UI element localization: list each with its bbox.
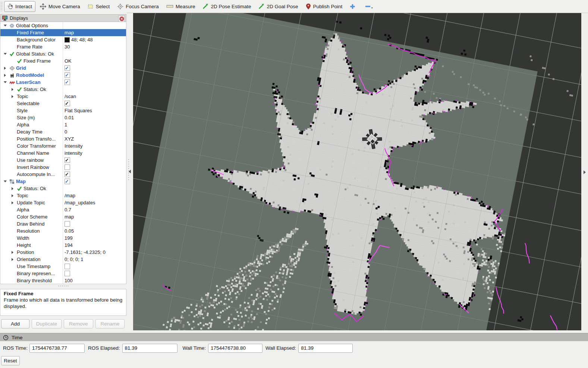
- property-value[interactable]: 0.05: [65, 227, 74, 235]
- tree-row-invert-rainbow[interactable]: Invert Rainbow: [0, 164, 126, 171]
- property-value[interactable]: XYZ: [65, 135, 74, 142]
- tree-row-robotmodel[interactable]: RobotModel: [0, 72, 126, 79]
- tree-row-autocompute-in-[interactable]: Autocompute In...: [0, 171, 126, 178]
- property-value[interactable]: 30: [65, 43, 70, 50]
- checkbox[interactable]: [65, 157, 70, 163]
- toolbar-button-plus[interactable]: [347, 1, 361, 12]
- property-value[interactable]: -7.1631; -4.2325; 0: [65, 249, 106, 256]
- property-value[interactable]: 0; 0; 0; 1: [65, 256, 84, 263]
- left-splitter[interactable]: [127, 13, 133, 330]
- splitter-handle[interactable]: [58, 285, 69, 287]
- checkbox[interactable]: [65, 271, 70, 276]
- tree-row-resolution[interactable]: Resolution0.05: [0, 227, 126, 235]
- expander-right-icon[interactable]: [12, 88, 13, 91]
- tree-row-binary-represen-[interactable]: Binary represen...: [0, 270, 126, 277]
- property-value[interactable]: intensity: [65, 150, 82, 157]
- checkbox[interactable]: [65, 264, 70, 269]
- checkbox[interactable]: [65, 179, 70, 184]
- property-value[interactable]: 1: [65, 121, 67, 128]
- reset-button[interactable]: Reset: [1, 356, 20, 365]
- property-value[interactable]: map: [65, 213, 74, 220]
- property-value[interactable]: 0.01: [65, 114, 74, 121]
- toolbar-button-publish-point[interactable]: Publish Point: [303, 1, 346, 12]
- property-value[interactable]: OK: [65, 57, 72, 65]
- toolbar-button-interact[interactable]: Interact: [4, 1, 35, 12]
- tree-row-fixed-frame[interactable]: Fixed Framemap: [0, 29, 126, 36]
- tree-row-height[interactable]: Height194: [0, 242, 126, 249]
- collapse-right-icon[interactable]: [584, 170, 586, 174]
- checkbox[interactable]: [65, 65, 70, 71]
- toolbar-button-move-camera[interactable]: Move Camera: [37, 1, 83, 12]
- expander-right-icon[interactable]: [12, 187, 13, 190]
- property-value[interactable]: Intensity: [65, 142, 82, 150]
- tree-row-position[interactable]: Position-7.1631; -4.2325; 0: [0, 249, 126, 256]
- tree-row-map[interactable]: Map: [0, 178, 126, 185]
- tree-row-frame-rate[interactable]: Frame Rate30: [0, 43, 126, 50]
- remove-button[interactable]: Remove: [64, 319, 93, 328]
- expander-down-icon[interactable]: [4, 53, 7, 55]
- tree-row-global-status-ok[interactable]: Global Status: Ok: [0, 50, 126, 57]
- 3d-viewport[interactable]: [133, 13, 581, 330]
- checkbox[interactable]: [65, 164, 70, 170]
- tree-row-use-timestamp[interactable]: Use Timestamp: [0, 263, 126, 270]
- tree-row-size-m-[interactable]: Size (m)0.01: [0, 114, 126, 121]
- expander-right-icon[interactable]: [12, 201, 13, 204]
- tree-row-draw-behind[interactable]: Draw Behind: [0, 220, 126, 227]
- tree-row-orientation[interactable]: Orientation0; 0; 0; 1: [0, 256, 126, 263]
- add-button[interactable]: Add: [1, 319, 29, 328]
- tree-row-fixed-frame[interactable]: Fixed FrameOK: [0, 57, 126, 65]
- expander-right-icon[interactable]: [12, 194, 13, 197]
- expander-right-icon[interactable]: [12, 258, 13, 261]
- time-field-input[interactable]: 81.39: [298, 344, 353, 353]
- expander-down-icon[interactable]: [4, 180, 7, 182]
- tree-row-status-ok[interactable]: Status: Ok: [0, 185, 126, 192]
- tree-row-color-scheme[interactable]: Color Schememap: [0, 213, 126, 220]
- time-field-input[interactable]: 81.39: [122, 344, 177, 353]
- toolbar-button-2d-goal-pose[interactable]: 2D Goal Pose: [255, 1, 301, 12]
- checkbox[interactable]: [65, 79, 70, 85]
- property-value[interactable]: 199: [65, 235, 73, 242]
- tree-row-decay-time[interactable]: Decay Time0: [0, 128, 126, 135]
- expander-right-icon[interactable]: [4, 67, 6, 70]
- rename-button[interactable]: Rename: [95, 319, 125, 328]
- tree-row-global-options[interactable]: Global Options: [0, 22, 126, 29]
- checkbox[interactable]: [65, 101, 70, 106]
- tree-row-position-transfo-[interactable]: Position Transfo...XYZ: [0, 135, 126, 142]
- tree-row-alpha[interactable]: Alpha1: [0, 121, 126, 128]
- property-value[interactable]: 0: [65, 128, 67, 135]
- property-value[interactable]: Flat Squares: [65, 107, 92, 114]
- close-panel-button[interactable]: [118, 15, 125, 22]
- tree-row-color-transformer[interactable]: Color TransformerIntensity: [0, 142, 126, 150]
- tree-row-update-topic[interactable]: Update Topic/map_updates: [0, 199, 126, 206]
- color-swatch[interactable]: [65, 37, 70, 43]
- checkbox[interactable]: [65, 172, 70, 177]
- expander-right-icon[interactable]: [12, 95, 13, 98]
- property-value[interactable]: 48; 48; 48: [71, 36, 93, 43]
- tree-row-status-ok[interactable]: Status: Ok: [0, 86, 126, 93]
- tree-row-channel-name[interactable]: Channel Nameintensity: [0, 150, 126, 157]
- toolbar-button-focus-camera[interactable]: Focus Camera: [114, 1, 162, 12]
- toolbar-button-2d-pose-estimate[interactable]: 2D Pose Estimate: [199, 1, 254, 12]
- time-field-input[interactable]: 1754476738.80: [208, 344, 262, 353]
- tree-row-use-rainbow[interactable]: Use rainbow: [0, 157, 126, 164]
- collapse-left-icon[interactable]: [129, 170, 131, 173]
- expander-down-icon[interactable]: [4, 81, 7, 83]
- duplicate-button[interactable]: Duplicate: [32, 319, 62, 328]
- expander-right-icon[interactable]: [4, 74, 6, 77]
- property-value[interactable]: /map_updates: [65, 199, 95, 206]
- tree-row-binary-threshold[interactable]: Binary threshold100: [0, 277, 126, 284]
- toolbar-button-minus[interactable]: [362, 1, 378, 12]
- tree-row-laserscan[interactable]: LaserScan: [0, 79, 126, 86]
- expander-right-icon[interactable]: [12, 251, 13, 254]
- tree-row-style[interactable]: StyleFlat Squares: [0, 107, 126, 114]
- checkbox[interactable]: [65, 72, 70, 78]
- tree-row-background-color[interactable]: Background Color48; 48; 48: [0, 36, 126, 43]
- property-value[interactable]: /scan: [65, 93, 76, 100]
- tree-row-selectable[interactable]: Selectable: [0, 100, 126, 107]
- tree-row-topic[interactable]: Topic/scan: [0, 93, 126, 100]
- property-value[interactable]: 0.7: [65, 206, 71, 213]
- toolbar-drag-handle[interactable]: [0, 1, 3, 11]
- right-splitter[interactable]: [581, 13, 588, 330]
- property-value[interactable]: map: [65, 29, 74, 36]
- toolbar-button-select[interactable]: Select: [85, 1, 113, 12]
